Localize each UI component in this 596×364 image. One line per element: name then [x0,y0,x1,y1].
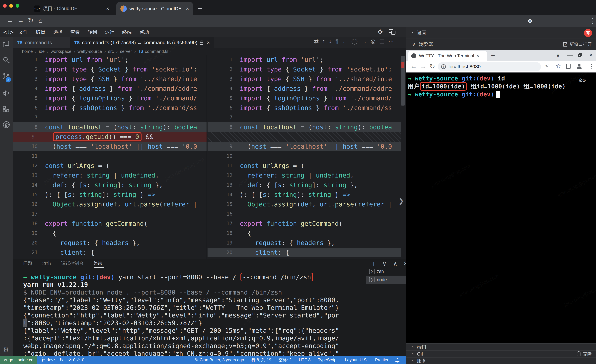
embedded-menu-icon[interactable]: ⋮ [588,63,595,70]
indentation[interactable]: 空格: 2 [279,357,291,363]
open-file-icon[interactable]: ⇄ [314,38,319,44]
editor-tab-command-ts[interactable]: TS command.ts [13,37,70,48]
browser-tab-wetty-source[interactable]: wetty-source - CloudIDE × [116,2,193,15]
settings-gear-icon[interactable]: ⚙ [3,346,10,352]
section-browser[interactable]: ∨ 浏览器 新窗口打开 [406,39,596,50]
breadcrumb-item[interactable]: src [108,49,120,54]
embedded-sidepanel-icon[interactable] [566,64,571,69]
menu-item-帮助[interactable]: 帮助 [140,29,149,35]
git-blame[interactable]: ✎ Cian Butler, 3 years ago [195,357,244,363]
problems-indicator[interactable]: ⊘ 0 ⚠ 0 [68,357,84,363]
section-git[interactable]: › Git 克隆 [406,350,596,357]
editor-tab-diff[interactable]: TS command.ts (17b75c98) ↔ command.ts (d… [70,37,214,48]
extensions-icon[interactable] [3,106,10,112]
search-icon[interactable] [3,57,10,64]
forward-icon[interactable]: → [17,17,24,24]
menu-item-编辑[interactable]: 编辑 [36,29,45,35]
clone-button[interactable]: 克隆 [577,351,592,357]
tab-close-icon[interactable]: × [184,6,189,11]
embedded-address-bar[interactable]: i localhost:8080 [438,62,541,71]
terminal-output[interactable]: → wetty-source git:(dev) yarn start --po… [23,273,364,356]
terminal-process-zsh[interactable]: ❯zsh [366,267,406,276]
user-avatar[interactable]: 邓 [584,29,592,37]
diff-swap-icon[interactable]: ◯ [351,38,358,44]
browser-menu-icon[interactable]: ⋮ [589,17,596,25]
window-zoom-button[interactable] [16,4,19,8]
embedded-star-icon[interactable]: ☆ [556,63,561,69]
section-settings[interactable]: › 设置 [406,27,596,39]
breadcrumb-item[interactable]: home [22,49,39,54]
sync-indicator[interactable]: ↻ [60,357,63,363]
layout-icon[interactable] [389,29,395,35]
diff-pane-modified[interactable]: 1import url from 'url';2import type { So… [208,55,401,259]
whitespace-icon[interactable]: ¶ [335,38,338,44]
panel-expand-chevron-icon[interactable]: ❯ [398,197,404,205]
embedded-profile-icon[interactable] [577,64,582,69]
embedded-new-tab-icon[interactable]: + [491,52,495,59]
extensions-puzzle-icon[interactable]: ❖ [527,17,533,25]
wetty-settings-gears-icon[interactable]: ⚙⚙ [578,77,585,83]
branch-indicator[interactable]: dev* [42,357,55,362]
window-close-button[interactable] [3,4,7,8]
new-tab-button[interactable]: + [198,4,202,13]
breadcrumb-item[interactable]: server [120,49,138,54]
tab-close-icon[interactable]: × [104,6,109,11]
embedded-tab[interactable]: WeTTY - The Web Terminal Emulator × [408,51,487,61]
terminal-dropdown-icon[interactable]: ∨ [382,260,387,268]
timeline-icon[interactable]: ◎ [371,38,376,44]
embedded-forward-icon[interactable]: → [420,63,426,70]
menu-item-查看[interactable]: 查看 [70,29,80,35]
language-mode[interactable]: TypeScript [318,357,338,362]
wetty-terminal[interactable]: → wetty-source git:(dev) id用户id=1000(ide… [406,73,596,343]
menu-item-终端[interactable]: 终端 [122,29,132,35]
menu-item-文件[interactable]: 文件 [18,29,28,35]
keyboard-layout[interactable]: Layout: U.S. [345,357,368,362]
embedded-back-icon[interactable]: ← [410,63,417,70]
embedded-tab-dropdown-icon[interactable]: ∨ [556,52,560,58]
split-editor-icon[interactable]: ◫ [379,38,385,44]
fullscreen-icon[interactable]: ✥ [378,28,383,36]
diff-pane-original[interactable]: 1import url from 'url';2import type { So… [13,55,207,259]
panel-tab-调试控制台[interactable]: 调试控制台 [61,260,84,268]
section-services[interactable]: › 服务 [406,357,596,364]
panel-tab-问题[interactable]: 问题 [23,260,32,268]
reload-icon[interactable]: ↻ [28,17,34,24]
cursor-position[interactable]: 行 8, 列 19 [252,357,271,363]
panel-tab-输出[interactable]: 输出 [42,260,51,268]
tab-close-icon[interactable]: × [207,40,210,46]
menu-item-选择[interactable]: 选择 [53,29,62,35]
revert-left-icon[interactable]: ← [342,38,348,44]
breadcrumb-item[interactable]: workspace [51,49,77,54]
embedded-minimize-icon[interactable]: — [567,52,573,58]
project-graph-icon[interactable] [3,121,10,128]
maximize-panel-icon[interactable]: ∧ [393,260,397,268]
back-icon[interactable]: ← [7,17,13,24]
new-terminal-icon[interactable]: + [372,260,376,268]
embedded-close-icon[interactable]: × [589,52,593,58]
notifications-bell-icon[interactable] [396,358,399,361]
encoding[interactable]: UTF-8 [299,357,311,362]
more-actions-icon[interactable]: ⋯ [388,38,394,44]
explorer-icon[interactable] [3,41,10,48]
breadcrumb[interactable]: homeideworkspacewetty-sourcesrcserver TS… [13,48,406,55]
run-debug-icon[interactable] [3,90,10,96]
home-icon[interactable]: ⌂ [39,17,43,24]
panel-tab-终端[interactable]: 终端 [94,260,104,268]
menu-item-转到[interactable]: 转到 [88,29,97,35]
section-ports[interactable]: › 端口 [406,343,596,350]
previous-change-icon[interactable]: ↑ [322,38,325,44]
breadcrumb-item[interactable]: wetty-source [77,49,108,54]
formatter[interactable]: Prettier [375,357,388,362]
open-new-window-button[interactable]: 新窗口打开 [563,41,592,47]
breadcrumb-file[interactable]: TS command.ts [138,49,168,54]
embedded-share-icon[interactable]: < [545,63,549,69]
revert-right-icon[interactable]: → [361,38,367,44]
browser-tab-project[interactable]: <t> 项目 - CloudIDE × [30,2,113,15]
embedded-tab-close-icon[interactable]: × [477,53,479,58]
menu-item-运行[interactable]: 运行 [105,29,114,35]
embedded-reload-icon[interactable]: ↻ [430,63,435,70]
breadcrumb-item[interactable]: ide [39,49,51,54]
window-minimize-button[interactable] [9,4,13,8]
next-change-icon[interactable]: ↓ [329,38,332,44]
terminal-process-node[interactable]: ❯node [366,276,406,284]
